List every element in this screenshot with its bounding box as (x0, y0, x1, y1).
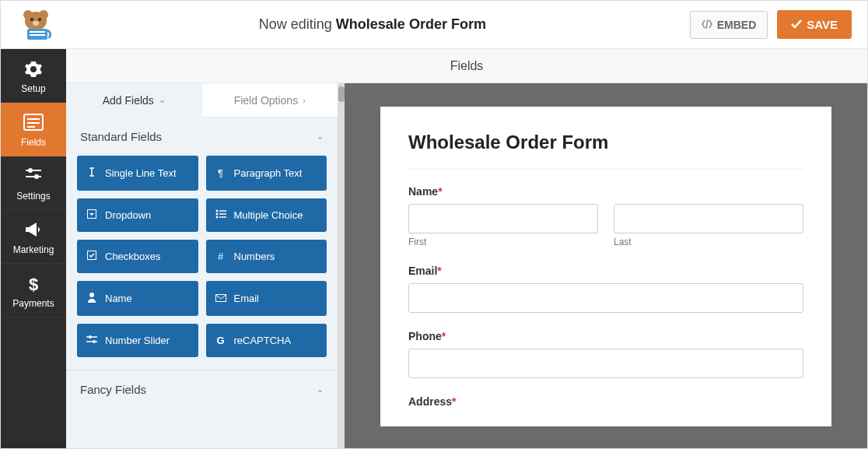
field-numbers[interactable]: # Numbers (206, 240, 327, 273)
panel-scrollbar[interactable] (338, 83, 345, 449)
phone-label: Phone* (408, 330, 803, 342)
name-label: Name* (408, 185, 803, 198)
check-icon (791, 18, 802, 31)
scrollbar-thumb[interactable] (338, 86, 345, 102)
field-name-group[interactable]: Name* First Last (408, 185, 803, 247)
svg-point-3 (30, 18, 33, 21)
check-square-icon (86, 251, 97, 262)
sliders-icon (4, 167, 63, 186)
email-label: Email* (408, 265, 803, 277)
field-name[interactable]: Name (77, 281, 198, 316)
form-icon (4, 114, 63, 132)
sub-tabs: Add Fields ⌄ Field Options › (66, 83, 338, 118)
last-name-input[interactable] (614, 204, 803, 233)
list-icon (215, 209, 226, 221)
paragraph-icon: ¶ (215, 167, 226, 179)
last-sublabel: Last (614, 237, 803, 247)
nav-marketing[interactable]: Marketing (1, 210, 66, 264)
field-email[interactable]: Email (206, 281, 327, 316)
field-address-group[interactable]: Address* (408, 395, 803, 408)
first-name-input[interactable] (408, 204, 598, 233)
email-input[interactable] (408, 283, 803, 313)
section-fancy-fields[interactable]: Fancy Fields ⌄ (66, 370, 338, 409)
sliders-icon (86, 335, 97, 346)
field-recaptcha[interactable]: G reCAPTCHA (206, 324, 327, 357)
text-cursor-icon (86, 167, 97, 180)
gear-icon (4, 60, 63, 79)
svg-point-23 (215, 216, 218, 219)
svg-rect-7 (30, 31, 45, 33)
envelope-icon (215, 293, 226, 304)
field-checkboxes[interactable]: Checkboxes (77, 240, 198, 273)
preview-card: Wholesale Order Form Name* First (380, 107, 831, 426)
form-preview: Wholesale Order Form Name* First (345, 83, 867, 449)
hashtag-icon: # (215, 251, 226, 262)
embed-button[interactable]: EMBED (690, 11, 768, 39)
preview-title: Wholesale Order Form (408, 132, 803, 170)
chevron-down-icon: ⌄ (317, 384, 324, 395)
svg-point-14 (28, 168, 33, 173)
app-logo (16, 7, 55, 42)
page-title: Now editing Wholesale Order Form (55, 16, 690, 33)
google-icon: G (215, 335, 226, 346)
svg-point-4 (38, 18, 41, 21)
chevron-down-icon: ⌄ (317, 132, 324, 142)
caret-square-icon (86, 209, 97, 221)
nav-setup[interactable]: Setup (1, 49, 66, 103)
field-paragraph-text[interactable]: ¶ Paragraph Text (206, 156, 327, 191)
top-bar: Now editing Wholesale Order Form EMBED S… (1, 1, 867, 49)
left-nav: Setup Fields Settings Marketing $ Paymen… (1, 49, 66, 449)
field-multiple-choice[interactable]: Multiple Choice (206, 198, 327, 232)
save-button[interactable]: SAVE (777, 10, 852, 39)
svg-text:$: $ (29, 275, 38, 293)
tab-add-fields[interactable]: Add Fields ⌄ (66, 83, 202, 118)
svg-point-31 (93, 340, 96, 343)
chevron-down-icon: ⌄ (159, 95, 166, 105)
svg-point-19 (215, 210, 218, 212)
editing-prefix: Now editing (259, 16, 336, 32)
svg-rect-8 (30, 34, 45, 36)
field-single-line-text[interactable]: Single Line Text (77, 156, 198, 191)
svg-point-29 (89, 335, 92, 339)
field-email-group[interactable]: Email* (408, 265, 803, 313)
svg-point-5 (33, 21, 39, 26)
svg-point-16 (34, 174, 39, 179)
nav-payments[interactable]: $ Payments (1, 264, 66, 317)
field-phone-group[interactable]: Phone* (408, 330, 803, 378)
form-name: Wholesale Order Form (336, 16, 486, 32)
code-icon (702, 19, 712, 31)
fields-panel: Add Fields ⌄ Field Options › Standard Fi… (66, 83, 338, 449)
chevron-right-icon: › (303, 96, 306, 105)
svg-rect-27 (215, 295, 226, 302)
nav-settings[interactable]: Settings (1, 156, 66, 210)
standard-fields-grid: Single Line Text ¶ Paragraph Text Dropdo… (66, 156, 338, 370)
nav-fields[interactable]: Fields (1, 103, 66, 156)
field-dropdown[interactable]: Dropdown (77, 198, 198, 232)
phone-input[interactable] (408, 349, 803, 378)
megaphone-icon (4, 221, 63, 240)
user-icon (86, 292, 97, 305)
svg-point-21 (215, 213, 218, 216)
dollar-icon: $ (4, 275, 63, 293)
svg-point-26 (89, 293, 94, 297)
address-label: Address* (408, 395, 803, 408)
section-standard-fields[interactable]: Standard Fields ⌄ (66, 118, 338, 156)
first-sublabel: First (408, 237, 598, 247)
panel-header: Fields (66, 49, 867, 83)
field-number-slider[interactable]: Number Slider (77, 324, 198, 357)
tab-field-options[interactable]: Field Options › (202, 83, 338, 118)
